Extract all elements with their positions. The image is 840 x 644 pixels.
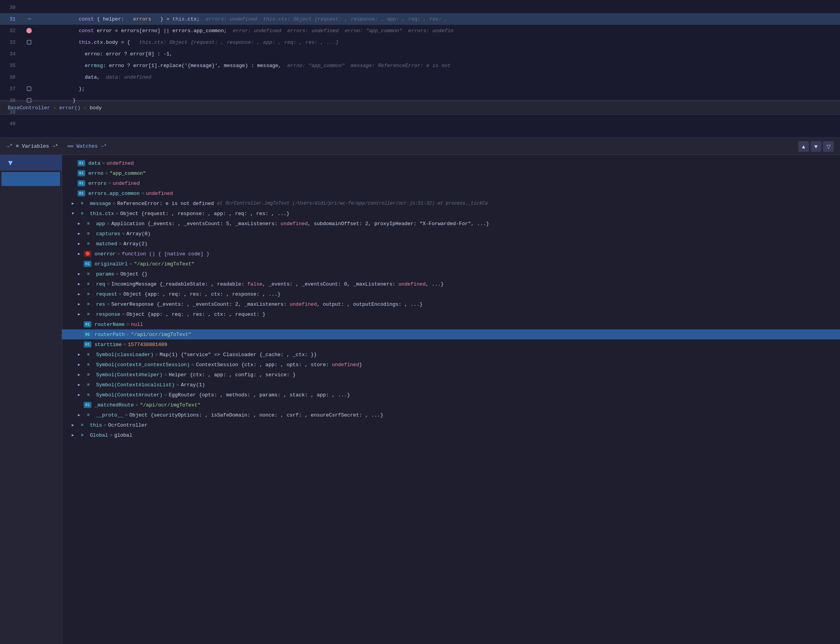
var-onerror[interactable]: ▶ 🔴 onerror = function () { [native code…: [62, 249, 840, 259]
var-params[interactable]: ▶ ≡ params = Object {}: [62, 269, 840, 279]
var-this-ctx[interactable]: ▼ ≡ this.ctx = Object {request: , respon…: [62, 208, 840, 219]
var-badge-ctx: ≡: [77, 210, 87, 217]
toolbar-down-btn[interactable]: ▼: [811, 141, 821, 152]
var-message[interactable]: ▶ ≡ message = ReferenceError: e is not d…: [62, 198, 840, 208]
var-badge-sch: ≡: [84, 372, 93, 378]
var-expand-proto[interactable]: ▶: [76, 412, 82, 418]
toolbar-buttons: ▲ ▼ ▽: [798, 141, 834, 152]
var-name-app: app: [96, 221, 105, 227]
var-global[interactable]: ▶ ≡ Global = global: [62, 430, 840, 440]
var-expand-req[interactable]: ▶: [76, 281, 82, 287]
var-expand-matched[interactable]: ▶: [76, 241, 82, 247]
var-val-response: Object {app: , req: , res: , ctx: , requ…: [126, 312, 265, 317]
var-expand-scs[interactable]: ▶: [76, 362, 82, 368]
var-badge-scr: ≡: [84, 392, 93, 398]
var-eq-req: =: [107, 281, 110, 287]
var-app[interactable]: ▶ ≡ app = Application {_events: , _event…: [62, 219, 840, 229]
var-expand-response[interactable]: ▶: [76, 311, 82, 317]
var-this[interactable]: ▶ ≡ this = OcrController: [62, 420, 840, 430]
variables-tab[interactable]: ≡ Variables →*: [16, 143, 58, 149]
var-matched[interactable]: ▶ ≡ matched = Array(2): [62, 239, 840, 249]
var-expand-msg[interactable]: ▶: [70, 200, 76, 207]
var-val-st: 1577438801409: [128, 342, 167, 348]
code-data-line: data,: [67, 74, 106, 80]
var-val-rpath: "/api/ocr/imgToText": [131, 332, 191, 337]
var-router-name[interactable]: 01 routerName = null: [62, 319, 840, 329]
var-expand-sll[interactable]: ▶: [76, 382, 82, 388]
var-captures[interactable]: ▶ ≡ captures = Array(0): [62, 229, 840, 239]
var-symbol-context-session[interactable]: ▶ ≡ Symbol(context#_contextSession) = Co…: [62, 360, 840, 370]
var-symbol-locals-list[interactable]: ▶ ≡ Symbol(Context#localsList) = Array(1…: [62, 380, 840, 390]
var-expand-ctx[interactable]: ▼: [70, 210, 76, 217]
var-expand-captures[interactable]: ▶: [76, 231, 82, 237]
var-expand-app[interactable]: ▶: [76, 220, 82, 227]
var-res[interactable]: ▶ ≡ res = ServerResponse {_events: , _ev…: [62, 299, 840, 309]
var-req[interactable]: ▶ ≡ req = IncomingMessage {_readableStat…: [62, 279, 840, 289]
keyword-const: const: [67, 16, 97, 22]
var-response[interactable]: ▶ ≡ response = Object {app: , req: , res…: [62, 309, 840, 319]
var-symbol-classloader[interactable]: ▶ ≡ Symbol(classLoader) = Map(1) {"servi…: [62, 350, 840, 360]
code-errmsg-content: : errno ? error[1].replace('{message}', …: [103, 63, 281, 69]
toolbar-up-btn[interactable]: ▲: [798, 141, 809, 152]
lock-icon-38: [27, 98, 31, 103]
var-expand-scl[interactable]: ▶: [76, 351, 82, 358]
var-router-path[interactable]: 01 routerPath = "/api/ocr/imgToText": [62, 329, 840, 339]
var-symbol-context-helper[interactable]: ▶ ≡ Symbol(Context#helper) = Helper {ctx…: [62, 370, 840, 380]
var-name-orig: originalUrl: [95, 261, 128, 267]
var-name-st: starttime: [95, 342, 122, 348]
watches-tab[interactable]: ∞∞ Watches →*: [67, 143, 107, 149]
var-eq-st: =: [123, 342, 126, 348]
gutter-33: [23, 40, 35, 45]
code-line-39: 39: [0, 106, 840, 118]
var-errors-app-common[interactable]: 01 errors.app_common = undefined: [62, 188, 840, 198]
code-errors-var: errors: [133, 16, 151, 22]
var-expand-this[interactable]: ▶: [70, 422, 76, 428]
toolbar-filter-btn[interactable]: ▽: [823, 141, 834, 152]
var-eq-this: =: [103, 422, 107, 428]
var-original-url[interactable]: 01 originalUrl = "/api/ocr/imgToText": [62, 259, 840, 269]
var-val-matched: Array(2): [123, 241, 147, 247]
var-matched-route[interactable]: 01 _matchedRoute = "/api/ocr/imgToText": [62, 400, 840, 410]
var-starttime[interactable]: 01 starttime = 1577438801409: [62, 339, 840, 350]
var-name-rpath: routerPath: [95, 332, 125, 337]
code-comment-31: errors: undefined this.ctx: Object {requ…: [200, 16, 448, 22]
code-destructure2: } =: [151, 16, 172, 22]
code-error-assign: error = errors[errno] || errors.app_comm…: [97, 28, 227, 34]
line-number-40: 40: [0, 121, 23, 127]
var-expand-sch[interactable]: ▶: [76, 372, 82, 378]
var-name-sch: Symbol(Context#helper): [96, 372, 163, 378]
breakpoint-icon[interactable]: [26, 28, 32, 33]
var-expand-onerror[interactable]: ▶: [76, 251, 82, 257]
var-expand-params[interactable]: ▶: [76, 271, 82, 277]
var-badge-response: ≡: [84, 311, 93, 317]
var-eq-onerror: =: [117, 251, 120, 257]
code-lines: 30 31 → const { helper: errors } = this.…: [0, 0, 840, 131]
var-expand-scr[interactable]: ▶: [76, 392, 82, 398]
var-proto[interactable]: ▶ ≡ __proto__ = Object {securityOptions:…: [62, 410, 840, 420]
var-eq-app: =: [107, 221, 110, 227]
var-val-scr: EggRouter {opts: , methods: , params: , …: [169, 392, 350, 398]
var-expand-global[interactable]: ▶: [70, 432, 76, 438]
var-symbol-context-router[interactable]: ▶ ≡ Symbol(Context#router) = EggRouter {…: [62, 390, 840, 400]
var-errno[interactable]: 01 errno = "app_common": [62, 168, 840, 178]
var-eq-matched: =: [119, 241, 122, 247]
var-badge-request: ≡: [84, 291, 93, 297]
variables-panel[interactable]: 01 data = undefined 01 errno = "app_comm…: [62, 155, 840, 644]
var-expand-res[interactable]: ▶: [76, 301, 82, 307]
code-comment-36: data: undefined: [106, 74, 151, 80]
var-val-sll: Array(1): [181, 382, 205, 388]
var-name-request: request: [96, 291, 117, 297]
var-data[interactable]: 01 data = undefined: [62, 158, 840, 168]
lock-icon-37: [27, 86, 31, 91]
var-name-msg: message: [90, 201, 111, 207]
code-comment-33: this.ctx: Object {request: , response: ,…: [139, 40, 339, 45]
var-val-proto: Object {securityOptions: , isSafeDomain:…: [129, 412, 383, 418]
var-expand-request[interactable]: ▶: [76, 291, 82, 297]
debug-toolbar: →* ≡ Variables →* ∞∞ Watches →* ▲ ▼ ▽: [0, 138, 840, 155]
sidebar-dropdown-btn[interactable]: ▼: [5, 157, 16, 169]
var-badge-errors: 01: [77, 180, 85, 186]
sidebar-active-item[interactable]: [2, 172, 60, 186]
var-request[interactable]: ▶ ≡ request = Object {app: , req: , res:…: [62, 289, 840, 299]
var-errors[interactable]: 01 errors = undefined: [62, 178, 840, 188]
var-val-this: OcrController: [108, 422, 147, 428]
